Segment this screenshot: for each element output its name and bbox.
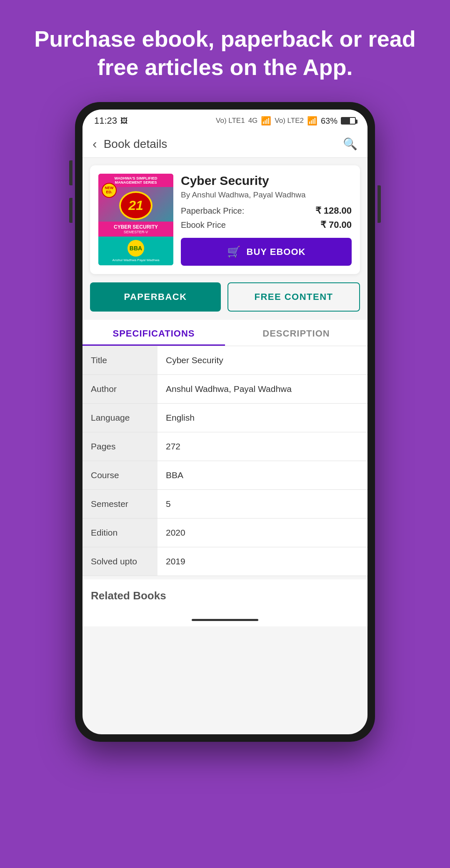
battery-percent: 63% — [321, 116, 338, 126]
related-books-title: Related Books — [91, 589, 359, 602]
hero-text: Purchase ebook, paperback or read free a… — [0, 0, 450, 102]
spec-key: Language — [82, 404, 158, 432]
side-button-vol-up — [69, 160, 72, 185]
back-button[interactable]: ‹ — [92, 136, 97, 152]
spec-value: 2019 — [158, 547, 368, 576]
app-bar: ‹ Book details 🔍 — [82, 130, 368, 158]
spec-value: Anshul Wadhwa, Payal Wadhwa — [158, 375, 368, 404]
paperback-button[interactable]: PAPERBACK — [90, 282, 221, 312]
tabs-row: SPECIFICATIONS DESCRIPTION — [82, 320, 368, 346]
spec-key: Course — [82, 461, 158, 490]
side-button-power — [378, 185, 381, 223]
status-time: 11:23 — [94, 115, 117, 126]
status-icons-area: Vo) LTE1 4G 📶 Vo) LTE2 📶 63% — [216, 116, 356, 126]
bba-badge: BBA — [128, 240, 144, 257]
spec-key: Solved upto — [82, 547, 158, 576]
book-cover-title-banner: CYBER SECURITY SEMESTER-V — [98, 222, 173, 237]
spec-value: 2020 — [158, 519, 368, 547]
book-authors: By Anshul Wadhwa, Payal Wadhwa — [181, 190, 352, 200]
paperback-price-value: ₹ 128.00 — [315, 205, 352, 216]
spec-key: Author — [82, 375, 158, 404]
paperback-price-row: Paperback Price: ₹ 128.00 — [181, 205, 352, 216]
book-cover-authors: Anshul Wadhwa Payal Wadhwa — [112, 258, 160, 262]
side-button-vol-down — [69, 198, 72, 223]
tab-description[interactable]: DESCRIPTION — [225, 320, 368, 346]
action-buttons-row: PAPERBACK FREE CONTENT — [82, 274, 368, 320]
status-bar: 11:23 🖼 Vo) LTE1 4G 📶 Vo) LTE2 📶 63% — [82, 110, 368, 130]
spec-value: 5 — [158, 490, 368, 519]
signal-bars-icon: 📶 — [261, 116, 271, 126]
battery-icon — [341, 117, 356, 125]
spec-row: TitleCyber Security — [82, 346, 368, 375]
spec-row: LanguageEnglish — [82, 404, 368, 432]
app-bar-title: Book details — [104, 137, 343, 151]
spec-value: 272 — [158, 432, 368, 461]
related-books-section: Related Books — [82, 579, 368, 613]
free-content-button[interactable]: FREE CONTENT — [228, 282, 360, 312]
spec-row: CourseBBA — [82, 461, 368, 490]
tab-description-label: DESCRIPTION — [262, 328, 330, 339]
book-title: Cyber Security — [181, 174, 352, 188]
cart-icon: 🛒 — [227, 245, 241, 258]
volte2-icon: Vo) LTE2 — [275, 117, 304, 125]
spec-row: Solved upto2019 — [82, 547, 368, 576]
spec-row: Pages272 — [82, 432, 368, 461]
new-edition-badge: NEWED. — [102, 183, 117, 198]
spec-key: Edition — [82, 519, 158, 547]
spec-key: Pages — [82, 432, 158, 461]
signal-bars2-icon: 📶 — [307, 116, 318, 126]
book-cover-bottom: BBA Anshul Wadhwa Payal Wadhwa — [98, 237, 173, 265]
book-cover-subtitle: SEMESTER-V — [100, 230, 172, 234]
spec-value: BBA — [158, 461, 368, 490]
ebook-price-row: Ebook Price ₹ 70.00 — [181, 219, 352, 230]
search-button[interactable]: 🔍 — [343, 137, 358, 151]
ebook-price-value: ₹ 70.00 — [320, 219, 352, 230]
book-number-circle: 21 — [119, 191, 152, 220]
signal-4g: 4G — [248, 117, 258, 125]
home-indicator — [82, 613, 368, 626]
specifications-table: TitleCyber SecurityAuthorAnshul Wadhwa, … — [82, 346, 368, 576]
spec-row: Edition2020 — [82, 519, 368, 547]
ebook-price-label: Ebook Price — [181, 220, 226, 230]
paperback-price-label: Paperback Price: — [181, 206, 244, 216]
spec-value: English — [158, 404, 368, 432]
home-bar — [192, 619, 258, 621]
buy-ebook-button[interactable]: 🛒 BUY EBOOK — [181, 238, 352, 266]
spec-row: Semester5 — [82, 490, 368, 519]
buy-ebook-label: BUY EBOOK — [247, 247, 306, 257]
book-card: Wadhwa's Simplified Management Series NE… — [90, 165, 360, 274]
status-time-area: 11:23 🖼 — [94, 115, 128, 126]
book-cover: Wadhwa's Simplified Management Series NE… — [98, 174, 173, 265]
volte1-icon: Vo) LTE1 — [216, 117, 245, 125]
tab-specifications[interactable]: SPECIFICATIONS — [82, 320, 225, 346]
spec-key: Semester — [82, 490, 158, 519]
tab-specifications-label: SPECIFICATIONS — [113, 328, 195, 339]
phone-frame: 11:23 🖼 Vo) LTE1 4G 📶 Vo) LTE2 📶 63% ‹ B… — [75, 102, 375, 742]
phone-screen: 11:23 🖼 Vo) LTE1 4G 📶 Vo) LTE2 📶 63% ‹ B… — [82, 110, 368, 734]
spec-key: Title — [82, 346, 158, 375]
status-photo-icon: 🖼 — [120, 117, 128, 125]
book-cover-title: CYBER SECURITY — [100, 224, 172, 230]
spec-row: AuthorAnshul Wadhwa, Payal Wadhwa — [82, 375, 368, 404]
spec-value: Cyber Security — [158, 346, 368, 375]
book-info: Cyber Security By Anshul Wadhwa, Payal W… — [181, 174, 352, 266]
